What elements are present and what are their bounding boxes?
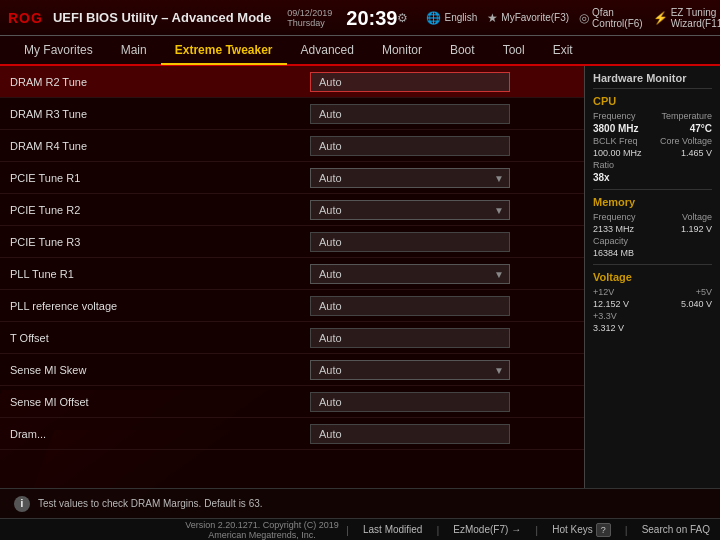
footer-bar: Version 2.20.1271. Copyright (C) 2019 Am… xyxy=(0,518,720,540)
main-content: DRAM R2 Tune DRAM R3 Tune DRAM R4 Tune P… xyxy=(0,66,720,488)
setting-dram-r2-tune[interactable]: DRAM R2 Tune xyxy=(0,66,584,98)
setting-dram-extra[interactable]: Dram... xyxy=(0,418,584,450)
cpu-freq-value: 3800 MHz xyxy=(593,123,639,134)
voltage-section-title: Voltage xyxy=(593,271,712,283)
pcie-tune-r2-select[interactable]: Auto xyxy=(310,200,510,220)
pcie-tune-r1-select[interactable]: Auto xyxy=(310,168,510,188)
dram-r3-tune-input[interactable] xyxy=(310,104,510,124)
v33-val-row: 3.312 V xyxy=(593,323,712,333)
cpu-ratio-row: Ratio xyxy=(593,160,712,170)
pll-ref-voltage-input[interactable] xyxy=(310,296,510,316)
mem-voltage-value: 1.192 V xyxy=(681,224,712,234)
setting-pll-tune-r1[interactable]: PLL Tune R1 Auto ▼ xyxy=(0,258,584,290)
cpu-bclk-value: 100.00 MHz xyxy=(593,148,642,158)
ezmode-btn[interactable]: EzMode(F7) → xyxy=(453,524,521,535)
setting-pcie-tune-r3[interactable]: PCIE Tune R3 xyxy=(0,226,584,258)
v12-row: +12V +5V xyxy=(593,287,712,297)
search-faq-label: Search on FAQ xyxy=(642,524,710,535)
my-favorites-label: MyFavorite(F3) xyxy=(501,12,569,23)
pcie-tune-r2-label: PCIE Tune R2 xyxy=(10,204,310,216)
cpu-freq-row: Frequency Temperature xyxy=(593,111,712,121)
sense-mi-offset-input[interactable] xyxy=(310,392,510,412)
mem-freq-row: Frequency Voltage xyxy=(593,212,712,222)
hotkeys-btn[interactable]: Hot Keys ? xyxy=(552,523,611,537)
cpu-bclk-val-row: 100.00 MHz 1.465 V xyxy=(593,148,712,158)
cpu-bclk-row: BCLK Freq Core Voltage xyxy=(593,136,712,146)
ez-tuning-btn[interactable]: ⚡ EZ Tuning Wizard(F11) xyxy=(653,7,720,29)
mem-freq-val-row: 2133 MHz 1.192 V xyxy=(593,224,712,234)
dram-r4-tune-label: DRAM R4 Tune xyxy=(10,140,310,152)
sense-mi-skew-select[interactable]: Auto xyxy=(310,360,510,380)
sense-mi-skew-label: Sense MI Skew xyxy=(10,364,310,376)
nav-advanced[interactable]: Advanced xyxy=(287,37,368,63)
fan-icon: ◎ xyxy=(579,11,589,25)
my-favorites-btn[interactable]: ★ MyFavorite(F3) xyxy=(487,11,569,25)
dram-r3-tune-label: DRAM R3 Tune xyxy=(10,108,310,120)
nav-my-favorites[interactable]: My Favorites xyxy=(10,37,107,63)
setting-pll-reference-voltage[interactable]: PLL reference voltage xyxy=(0,290,584,322)
separator-1: | xyxy=(346,524,349,536)
nav-monitor[interactable]: Monitor xyxy=(368,37,436,63)
hw-monitor-panel: Hardware Monitor CPU Frequency Temperatu… xyxy=(585,66,720,488)
cpu-core-v-value: 1.465 V xyxy=(681,148,712,158)
ez-tuning-label: EZ Tuning Wizard(F11) xyxy=(671,7,720,29)
qfan-control-btn[interactable]: ◎ Qfan Control(F6) xyxy=(579,7,643,29)
pcie-tune-r2-value: Auto ▼ xyxy=(310,200,574,220)
last-modified-btn[interactable]: Last Modified xyxy=(363,524,422,535)
dram-r2-tune-input[interactable] xyxy=(310,72,510,92)
cpu-core-v-label: Core Voltage xyxy=(660,136,712,146)
mem-cap-value: 16384 MB xyxy=(593,248,634,258)
language-selector[interactable]: 🌐 English xyxy=(426,11,477,25)
sense-mi-offset-value xyxy=(310,392,574,412)
pll-tune-r1-select[interactable]: Auto xyxy=(310,264,510,284)
settings-panel: DRAM R2 Tune DRAM R3 Tune DRAM R4 Tune P… xyxy=(0,66,585,488)
hotkeys-key: ? xyxy=(596,523,611,537)
cpu-ratio-val-row: 38x xyxy=(593,172,712,183)
search-faq-btn[interactable]: Search on FAQ xyxy=(642,524,710,535)
dram-r2-tune-value xyxy=(310,72,574,92)
dram-extra-input[interactable] xyxy=(310,424,510,444)
setting-dram-r4-tune[interactable]: DRAM R4 Tune xyxy=(0,130,584,162)
setting-t-offset[interactable]: T Offset xyxy=(0,322,584,354)
dram-r4-tune-input[interactable] xyxy=(310,136,510,156)
dram-r4-tune-value xyxy=(310,136,574,156)
mem-freq-label: Frequency xyxy=(593,212,636,222)
dram-extra-label: Dram... xyxy=(10,428,310,440)
last-modified-label: Last Modified xyxy=(363,524,422,535)
cpu-freq-label: Frequency xyxy=(593,111,636,121)
nav-main[interactable]: Main xyxy=(107,37,161,63)
wizard-icon: ⚡ xyxy=(653,11,668,25)
header-icons: 🌐 English ★ MyFavorite(F3) ◎ Qfan Contro… xyxy=(426,7,720,29)
nav-bar: My Favorites Main Extreme Tweaker Advanc… xyxy=(0,36,720,66)
nav-boot[interactable]: Boot xyxy=(436,37,489,63)
date-line2: Thursday xyxy=(287,18,325,28)
hw-monitor-title: Hardware Monitor xyxy=(593,72,712,89)
header-bar: ROG UEFI BIOS Utility – Advanced Mode 09… xyxy=(0,0,720,36)
mem-freq-value: 2133 MHz xyxy=(593,224,634,234)
v5-value: 5.040 V xyxy=(681,299,712,309)
t-offset-input[interactable] xyxy=(310,328,510,348)
setting-dram-r3-tune[interactable]: DRAM R3 Tune xyxy=(0,98,584,130)
setting-sense-mi-skew[interactable]: Sense MI Skew Auto ▼ xyxy=(0,354,584,386)
nav-tool[interactable]: Tool xyxy=(489,37,539,63)
mem-cap-row: Capacity xyxy=(593,236,712,246)
v33-label: +3.3V xyxy=(593,311,617,321)
ezmode-label: EzMode(F7) xyxy=(453,524,508,535)
date-line1: 09/12/2019 xyxy=(287,8,332,18)
pcie-tune-r3-input[interactable] xyxy=(310,232,510,252)
separator-4: | xyxy=(625,524,628,536)
setting-sense-mi-offset[interactable]: Sense MI Offset xyxy=(0,386,584,418)
rog-logo: ROG xyxy=(8,10,43,26)
mem-voltage-label: Voltage xyxy=(682,212,712,222)
nav-extreme-tweaker[interactable]: Extreme Tweaker xyxy=(161,37,287,65)
star-icon: ★ xyxy=(487,11,498,25)
v12-label: +12V xyxy=(593,287,614,297)
setting-pcie-tune-r1[interactable]: PCIE Tune R1 Auto ▼ xyxy=(0,162,584,194)
nav-exit[interactable]: Exit xyxy=(539,37,587,63)
setting-pcie-tune-r2[interactable]: PCIE Tune R2 Auto ▼ xyxy=(0,194,584,226)
cpu-freq-val-row: 3800 MHz 47°C xyxy=(593,123,712,134)
ezmode-arrow: → xyxy=(511,524,521,535)
footer-actions: | Last Modified | EzMode(F7) → | Hot Key… xyxy=(346,523,710,537)
bios-title: UEFI BIOS Utility – Advanced Mode xyxy=(53,10,271,25)
datetime-block: 09/12/2019 Thursday xyxy=(287,8,332,28)
